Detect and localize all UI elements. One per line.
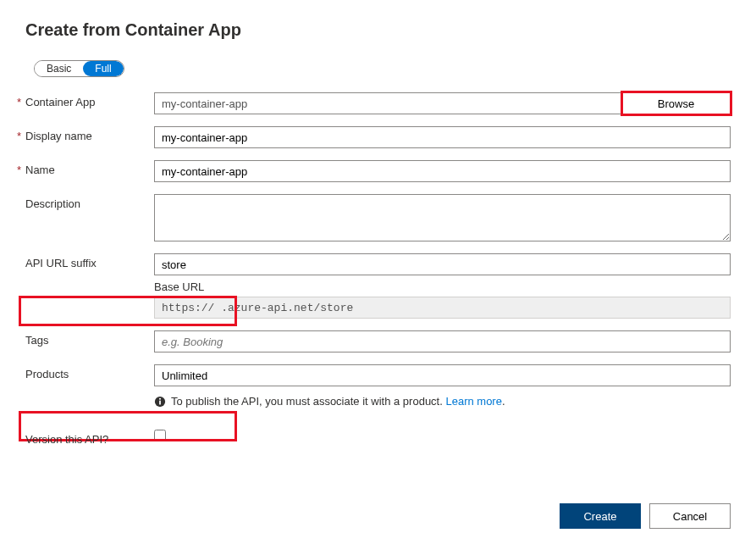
display-name-input[interactable] xyxy=(154,126,731,148)
label-api-url-suffix: API URL suffix xyxy=(25,253,154,269)
browse-button[interactable]: Browse xyxy=(622,92,731,114)
info-text: To publish the API, you must associate i… xyxy=(171,395,505,408)
name-input[interactable] xyxy=(154,160,731,182)
base-url-value: https:// .azure-api.net/store xyxy=(154,297,731,319)
create-button[interactable]: Create xyxy=(560,503,641,529)
info-icon xyxy=(154,396,166,408)
label-base-url: Base URL xyxy=(154,280,731,293)
cancel-button[interactable]: Cancel xyxy=(649,503,731,529)
required-star: * xyxy=(17,96,21,108)
mode-toggle[interactable]: Basic Full xyxy=(34,60,124,77)
svg-point-2 xyxy=(159,397,161,399)
label-version-this-api: Version this API? xyxy=(25,430,154,446)
tags-input[interactable] xyxy=(154,330,731,352)
api-url-suffix-input[interactable] xyxy=(154,253,731,275)
page-title: Create from Container App xyxy=(25,20,731,40)
label-tags: Tags xyxy=(25,330,154,347)
label-display-name: * Display name xyxy=(25,126,154,142)
description-textarea[interactable] xyxy=(154,194,731,241)
learn-more-link[interactable]: Learn more xyxy=(445,395,501,408)
version-this-api-checkbox[interactable] xyxy=(154,430,166,441)
label-products: Products xyxy=(25,364,154,380)
products-input[interactable] xyxy=(154,364,731,386)
required-star: * xyxy=(17,164,21,176)
mode-full[interactable]: Full xyxy=(83,61,123,76)
required-star: * xyxy=(17,130,21,142)
label-container-app: * Container App xyxy=(25,92,154,108)
mode-basic[interactable]: Basic xyxy=(35,61,83,76)
label-description: Description xyxy=(25,194,154,210)
container-app-input[interactable] xyxy=(154,92,622,114)
svg-rect-1 xyxy=(159,400,161,404)
label-name: * Name xyxy=(25,160,154,176)
footer-actions: Create Cancel xyxy=(560,503,731,529)
